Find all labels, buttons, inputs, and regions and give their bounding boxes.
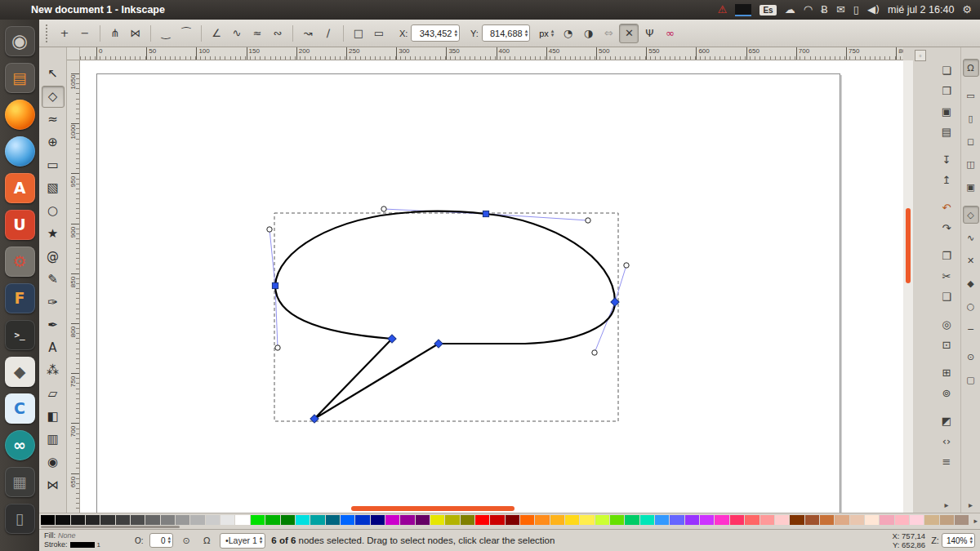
- bezier-tool-button[interactable]: ✑: [42, 291, 65, 313]
- palette-swatch[interactable]: [176, 515, 189, 525]
- opacity-spinbox[interactable]: 0 ▴▾: [149, 533, 174, 548]
- palette-swatch[interactable]: [220, 515, 234, 525]
- palette-swatch[interactable]: [880, 515, 893, 525]
- vertical-ruler[interactable]: 10501000950900850800750700650: [67, 60, 80, 513]
- palette-swatch[interactable]: [565, 515, 579, 525]
- copy-button[interactable]: ❐: [936, 246, 957, 265]
- palette-swatch[interactable]: [625, 515, 639, 525]
- cut-button[interactable]: ✂: [936, 266, 957, 286]
- spin-down-icon[interactable]: ▾: [525, 33, 528, 38]
- spin-down-icon[interactable]: ▾: [260, 540, 263, 544]
- palette-swatch[interactable]: [550, 515, 564, 525]
- dropper-tool-button[interactable]: ◉: [42, 451, 65, 473]
- curve-to-line-button[interactable]: ∕: [318, 24, 338, 43]
- path-node[interactable]: [272, 282, 278, 288]
- trash-launcher-item[interactable]: ▯: [2, 500, 38, 536]
- palette-swatch[interactable]: [775, 515, 789, 525]
- layer-lock-toggle[interactable]: Ω: [199, 533, 214, 548]
- connector-tool-button[interactable]: ⋈: [42, 474, 65, 496]
- app-f-launcher-item[interactable]: F: [2, 280, 38, 316]
- zoom-tool-button[interactable]: ⊕: [42, 131, 65, 153]
- toolbar-grip[interactable]: [46, 24, 49, 42]
- commands-overflow-button[interactable]: ▸: [944, 500, 948, 509]
- x-spinner-arrows[interactable]: ▴▾: [454, 29, 457, 38]
- dash-home-launcher-item[interactable]: ◉: [2, 23, 38, 59]
- palette-swatch[interactable]: [895, 515, 909, 525]
- layer-selector[interactable]: •Layer 1 ▴▾: [220, 533, 265, 549]
- zoom-spinbox[interactable]: 140% ▴▾: [942, 533, 975, 548]
- delete-node-button[interactable]: −: [75, 24, 95, 43]
- snap-nodes-button[interactable]: ◇: [963, 206, 979, 224]
- control-handle[interactable]: [624, 263, 629, 268]
- palette-swatch[interactable]: [610, 515, 624, 525]
- app-c-launcher-item[interactable]: C: [2, 390, 38, 426]
- files-launcher-item[interactable]: ▤: [2, 60, 38, 96]
- palette-swatch[interactable]: [235, 515, 249, 525]
- redo-button[interactable]: ↷: [936, 218, 957, 238]
- palette-swatch[interactable]: [131, 515, 145, 525]
- fill-stroke-indicator[interactable]: Fill: None Stroke: 1: [44, 531, 129, 549]
- snap-bbox-corners-button[interactable]: ◻: [963, 132, 979, 150]
- system-settings-launcher-item[interactable]: ⚙: [2, 243, 38, 279]
- palette-swatch[interactable]: [310, 515, 324, 525]
- palette-swatch[interactable]: [655, 515, 669, 525]
- clip-edit-button[interactable]: ◔: [558, 24, 577, 43]
- tweak-tool-button[interactable]: ≈: [42, 109, 65, 131]
- palette-swatch[interactable]: [805, 515, 819, 525]
- palette-swatch[interactable]: [71, 515, 85, 525]
- path-node[interactable]: [434, 340, 443, 348]
- snap-enable-button[interactable]: Ω: [963, 59, 979, 77]
- gradient-tool-button[interactable]: ▥: [42, 429, 65, 451]
- horizontal-ruler[interactable]: 0501001502002503003504004505005506006507…: [80, 47, 903, 60]
- stroke-to-path-button[interactable]: ▭: [369, 24, 389, 43]
- x-coordinate-spinbox[interactable]: 343,452 ▴▾: [411, 24, 460, 42]
- join-segment-button[interactable]: ‿: [156, 24, 176, 43]
- export-image-button[interactable]: ↥: [936, 170, 957, 189]
- app-a-launcher-item[interactable]: A: [2, 170, 38, 206]
- open-document-button[interactable]: ❒: [936, 81, 957, 100]
- keyboard-indicator[interactable]: Es: [760, 5, 776, 16]
- stroke-color-swatch[interactable]: [70, 542, 95, 548]
- save-document-button[interactable]: ▣: [936, 101, 957, 121]
- inkscape-launcher-item[interactable]: ◆: [2, 353, 38, 389]
- eraser-tool-button[interactable]: ▱: [42, 383, 65, 405]
- speech-bubble-path[interactable]: [275, 211, 615, 419]
- palette-swatch[interactable]: [296, 515, 310, 525]
- snap-smooth-nodes-button[interactable]: ○: [963, 297, 979, 315]
- spin-down-icon[interactable]: ▾: [969, 540, 973, 544]
- import-image-button[interactable]: ↧: [936, 149, 957, 169]
- warning-indicator[interactable]: ⚠: [718, 0, 728, 20]
- show-outline-button[interactable]: Ψ: [639, 24, 659, 43]
- bucket-tool-button[interactable]: ◧: [42, 406, 65, 428]
- infinity-app-launcher-item[interactable]: ∞: [2, 427, 38, 463]
- palette-swatch[interactable]: [116, 515, 130, 525]
- new-document-button[interactable]: ❏: [936, 60, 957, 80]
- palette-swatch[interactable]: [730, 515, 744, 525]
- palette-swatch[interactable]: [371, 515, 385, 525]
- palette-swatch[interactable]: [281, 515, 295, 525]
- palette-swatch[interactable]: [835, 515, 849, 525]
- palette-swatch[interactable]: [760, 515, 774, 525]
- spiral-tool-button[interactable]: @: [42, 246, 65, 268]
- palette-swatch[interactable]: [416, 515, 430, 525]
- palette-swatch[interactable]: [41, 515, 55, 525]
- palette-swatch[interactable]: [924, 515, 938, 525]
- snap-midpoints-button[interactable]: −: [963, 320, 979, 338]
- fill-stroke-dialog-button[interactable]: ◩: [936, 411, 957, 430]
- palette-swatch[interactable]: [385, 515, 399, 525]
- path-effect-param-button[interactable]: ∞: [660, 24, 679, 43]
- palette-swatch[interactable]: [715, 515, 728, 525]
- clock[interactable]: mié jul 2 16:40: [888, 4, 954, 16]
- unit-selector[interactable]: px ▴▾: [536, 24, 557, 42]
- control-handle[interactable]: [592, 350, 597, 355]
- text-tool-button[interactable]: A: [42, 337, 65, 359]
- control-handle[interactable]: [275, 345, 280, 350]
- palette-swatch[interactable]: [445, 515, 459, 525]
- node-smooth-button[interactable]: ∿: [227, 24, 247, 43]
- palette-swatch[interactable]: [490, 515, 504, 525]
- paste-button[interactable]: ❑: [936, 287, 957, 306]
- volume-indicator[interactable]: ◀): [867, 0, 880, 20]
- y-spinner-arrows[interactable]: ▴▾: [525, 29, 528, 38]
- palette-swatch[interactable]: [400, 515, 414, 525]
- terminal-launcher-item[interactable]: >_: [2, 317, 38, 353]
